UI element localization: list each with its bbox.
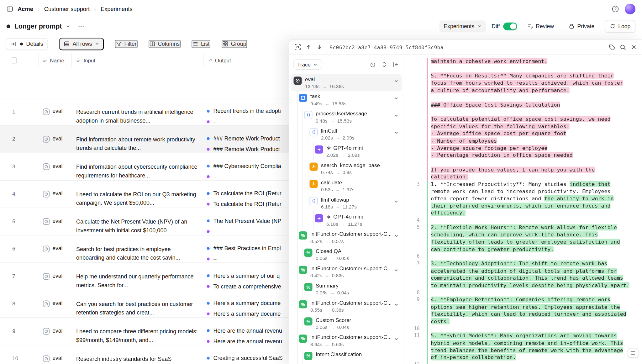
diff-line: 52. **Flexible Work Hours**: Remote work…	[404, 224, 642, 231]
diff-toggle-group: Diff	[492, 22, 517, 30]
trace-row[interactable]: %Intent Classification	[291, 349, 402, 364]
duration-comparison: 0.57s	[332, 238, 344, 244]
tree-indent-guide	[304, 179, 309, 193]
row-input-cell: Research current trends in artificial in…	[72, 98, 204, 125]
trace-row[interactable]: %initFunction-Customer support-C...3.64s…	[291, 332, 402, 349]
output-text: Creating a successful SaaS	[213, 355, 282, 361]
review-button[interactable]: Review	[523, 20, 558, 32]
chevron-down-icon[interactable]	[394, 198, 398, 205]
diff-toggle[interactable]	[503, 22, 517, 30]
diff-text: a culture of accountability and performa…	[431, 87, 570, 94]
trace-row[interactable]: %Summary0.05s→0.04s	[291, 281, 402, 298]
avatar[interactable]	[625, 4, 635, 14]
trace-row[interactable]: %Custom Scorer0.06s→0.04s	[291, 315, 402, 332]
view-select[interactable]: Experiments	[439, 20, 486, 32]
details-button[interactable]: Details	[6, 38, 48, 50]
help-icon[interactable]: ?	[612, 5, 619, 13]
breadcrumb-item-project[interactable]: Customer support	[44, 6, 90, 12]
tag-icon[interactable]	[609, 44, 615, 50]
input-column-header[interactable]: Input	[72, 53, 204, 67]
raw-view-button[interactable]	[628, 348, 638, 357]
chevron-down-icon[interactable]	[394, 335, 398, 343]
chevron-down-icon[interactable]	[394, 266, 398, 274]
row-name: eval	[52, 355, 62, 361]
trace-row[interactable]: %initFunction-Customer support-C...0.52s…	[291, 229, 402, 246]
duration-arrow: →	[341, 221, 345, 227]
group-button[interactable]: Group	[221, 40, 247, 48]
experiment-title[interactable]: Longer prompt	[14, 22, 62, 30]
diff-change-bar	[427, 274, 428, 282]
more-options-icon[interactable]	[78, 23, 84, 29]
experiment-dot	[207, 285, 210, 288]
diff-line-number: 6	[404, 253, 422, 260]
trace-row[interactable]: GPT-4o mini6.18s→11.27s	[291, 212, 402, 229]
expand-all-icon[interactable]	[381, 61, 387, 68]
trace-row[interactable]: %initFunction-Customer support-C...0.42s…	[291, 263, 402, 281]
tree-indent-guide	[299, 145, 304, 158]
duration-current: 0.55s	[310, 307, 322, 313]
diff-text: 2. **Flexible Work Hours**: Remote work …	[431, 224, 617, 231]
row-number: 10	[12, 356, 18, 362]
trace-row[interactable]: %Closed QA0.06s→0.05s	[291, 246, 402, 263]
experiment-dot	[207, 247, 210, 250]
next-row-icon[interactable]	[317, 44, 322, 50]
trace-view-select[interactable]: Trace	[293, 59, 321, 70]
name-column-header[interactable]: Name	[39, 53, 71, 67]
focus-trace-icon[interactable]	[294, 44, 301, 50]
task-icon	[299, 94, 307, 102]
diff-change-bar	[427, 188, 428, 195]
previous-row-icon[interactable]	[306, 44, 312, 50]
select-all-cell	[0, 53, 39, 67]
breadcrumb-item-section[interactable]: Experiments	[101, 6, 133, 12]
trace-row[interactable]: eval13.13s→16.36s	[291, 74, 402, 91]
diff-line: often report fewer distractions and the …	[404, 195, 642, 202]
sidebar-toggle-icon[interactable]	[7, 6, 13, 12]
timing-icon[interactable]	[370, 61, 376, 68]
diff-line-number	[404, 318, 422, 325]
chevron-down-icon[interactable]	[394, 129, 398, 136]
trace-row[interactable]: ()llmCall2.02s→2.09s	[291, 126, 402, 143]
duration-arrow: →	[330, 118, 335, 124]
open-panel-icon	[11, 41, 17, 47]
diff-text: 5. **Hybrid Models**: Many organizations…	[431, 332, 617, 340]
trace-row[interactable]: calculate0.53s→1.37s	[291, 177, 402, 195]
trace-row[interactable]: search_knowledge_base0.74s→0.8s	[291, 160, 402, 177]
trace-id[interactable]: 9c062bc2-a8c7-4a88-9749-5cf840f3c9ba	[329, 44, 604, 50]
diff-segment: a culture of accountability and performa…	[431, 87, 570, 93]
duration-current: 9.49s	[310, 101, 322, 106]
trace-span-durations: 0.06s→0.04s	[316, 324, 398, 330]
chevron-down-icon[interactable]	[394, 95, 398, 102]
eval-icon	[43, 190, 50, 198]
diff-change-bar	[427, 296, 428, 303]
chevron-down-icon[interactable]	[394, 232, 398, 240]
columns-button[interactable]: Columns	[149, 40, 181, 48]
chevron-down-icon[interactable]	[394, 112, 398, 119]
select-all-checkbox[interactable]	[11, 57, 17, 63]
loop-label: Loop	[618, 23, 630, 29]
chevron-down-icon[interactable]	[394, 301, 398, 309]
scorer-icon: %	[304, 249, 312, 257]
loop-button[interactable]: Loop	[605, 20, 635, 32]
row-number: 5	[12, 218, 15, 224]
all-rows-select[interactable]: All rows	[59, 38, 104, 50]
trace-row[interactable]: ()processUserMessage9.48s→15.53s	[291, 108, 402, 126]
diff-change-bar	[427, 108, 428, 115]
experiment-dot	[207, 203, 210, 206]
diff-line: their preferred environments, which can …	[404, 202, 642, 209]
trace-row[interactable]: GPT-4o mini2.02s→2.09s	[291, 143, 402, 160]
chevron-down-icon[interactable]	[66, 24, 70, 28]
search-icon[interactable]	[620, 44, 626, 50]
breadcrumb-item-workspace[interactable]: Acme	[18, 6, 33, 12]
trace-row[interactable]: ()llmFollowup6.18s→11.27s	[291, 194, 402, 212]
diff-change-bar	[427, 253, 428, 260]
diff-toggle-label: Diff	[492, 23, 500, 29]
list-button[interactable]: List	[192, 40, 210, 48]
filter-button[interactable]: Filter	[115, 40, 137, 48]
experiment-actions: Experiments Diff Review Private	[439, 20, 635, 32]
private-button[interactable]: Private	[564, 20, 599, 32]
trace-row[interactable]: task9.49s→15.53s	[291, 91, 402, 108]
close-panel-icon[interactable]	[631, 44, 637, 50]
chevron-down-icon[interactable]	[394, 77, 398, 85]
collapse-tree-icon[interactable]	[393, 61, 399, 68]
trace-row[interactable]: %initFunction-Customer support-C...0.55s…	[291, 298, 402, 315]
